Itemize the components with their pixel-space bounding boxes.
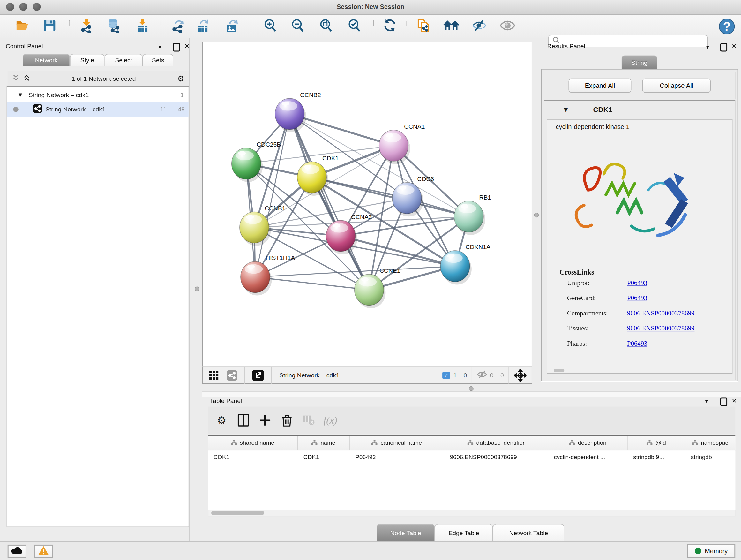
table-cell[interactable]: 9606.ENSP00000378699 [444,450,548,463]
zoom-out-button[interactable] [290,18,306,35]
horizontal-splitter-grip[interactable] [469,386,474,391]
tab-select[interactable]: Select [105,54,143,66]
gear-icon[interactable]: ⚙ [177,74,185,83]
section-collapse-icon[interactable]: ▼ [564,107,568,113]
warning-button[interactable] [34,545,53,558]
tab-network[interactable]: Network [23,54,70,66]
column-header-@id[interactable]: @id [628,436,685,450]
column-header-description[interactable]: description [548,436,628,450]
panel-float-icon[interactable] [720,43,727,52]
network-node-CDC25B[interactable] [232,148,263,182]
export-table-button[interactable] [195,18,211,35]
help-button[interactable]: ? [718,18,735,37]
crosslink-link[interactable]: 9606.ENSP00000378699 [627,325,694,332]
panel-close-icon[interactable]: ✕ [731,397,737,404]
crosslink-link[interactable]: P06493 [627,295,647,302]
tree-expander-icon[interactable]: ▼ [18,92,22,98]
grid-view-icon[interactable] [205,366,223,384]
network-edge-CCNB2-CCNE1[interactable] [290,114,369,290]
selected-checkbox-icon[interactable]: ✓ [442,371,450,379]
crosslink-link[interactable]: P06493 [627,279,647,287]
panel-close-icon[interactable]: ✕ [185,43,190,50]
import-table-file-button[interactable] [135,18,151,35]
open-in-window-icon[interactable] [245,366,271,384]
crosslink-link[interactable]: 9606.ENSP00000378699 [627,310,694,317]
collapse-all-button[interactable]: Collapse All [642,78,711,92]
function-builder-icon[interactable]: f(x) [320,411,341,430]
import-network-file-button[interactable] [78,18,94,35]
table-cell[interactable]: stringdb [685,450,735,463]
panel-menu-icon[interactable]: ▾ [706,43,709,50]
hide-selected-button[interactable] [471,18,487,35]
table-cell[interactable]: stringdb:9... [628,450,685,463]
network-edge-HIST1H1A-CCNE1[interactable] [255,277,369,290]
network-node-RB1[interactable] [454,201,485,235]
duplicate-network-button[interactable] [416,18,432,35]
network-node-CCNA2[interactable] [326,220,357,254]
table-cell[interactable]: cyclin-dependent ... [548,450,628,463]
network-node-CCNA1[interactable] [379,130,410,164]
panel-close-icon[interactable]: ✕ [731,43,737,50]
export-network-button[interactable] [170,18,186,35]
save-session-button[interactable] [42,18,57,35]
expand-all-button[interactable]: Expand All [568,78,631,92]
network-edge-CDK1-RB1[interactable] [312,177,469,216]
network-row-selected[interactable]: String Network – cdk1 11 48 [7,102,189,117]
delete-table-icon[interactable] [298,411,320,430]
zoom-fit-button[interactable] [318,18,334,35]
export-image-button[interactable] [224,18,240,35]
panel-float-icon[interactable] [720,397,727,406]
tab-edge-table[interactable]: Edge Table [434,524,493,542]
column-header-canonical-name[interactable]: canonical name [350,436,444,450]
refresh-button[interactable] [382,18,398,35]
panel-menu-icon[interactable]: ▾ [158,43,161,50]
zoom-selected-button[interactable] [346,18,362,35]
import-network-database-button[interactable] [106,18,122,35]
panel-splitter[interactable] [189,38,189,541]
open-session-button[interactable] [14,18,30,35]
network-edge-CCNB2-HIST1H1A[interactable] [255,114,290,277]
tab-sets[interactable]: Sets [143,54,173,66]
tab-node-table[interactable]: Node Table [377,524,434,542]
add-column-icon[interactable] [254,411,276,430]
table-horizontal-scrollbar[interactable] [208,509,736,516]
table-settings-gear-icon[interactable]: ⚙ [211,411,232,430]
scrollbar-thumb[interactable] [211,511,264,515]
network-node-CCNB2[interactable] [275,98,307,132]
show-selected-button[interactable] [499,18,515,35]
panel-float-icon[interactable] [173,43,180,52]
network-canvas[interactable]: CCNB2CCNA1CDC25BCDK1CDC6RB1CCNB1CCNA2CDK… [202,42,532,366]
network-node-CCNE1[interactable] [354,274,386,308]
column-header-name[interactable]: name [298,436,350,450]
show-columns-icon[interactable] [232,411,254,430]
expand-all-chevron-icon[interactable] [12,74,19,83]
results-scrollbar-thumb[interactable] [554,369,564,372]
panel-menu-icon[interactable]: ▾ [705,397,708,405]
vertical-splitter-grip[interactable] [534,212,539,217]
column-header-shared-name[interactable]: shared name [208,436,298,450]
network-overview-icon[interactable] [223,366,240,384]
tab-string[interactable]: String [621,55,657,69]
network-node-CDK1[interactable] [297,162,328,196]
table-cell[interactable]: CDK1 [298,450,350,463]
network-collection-row[interactable]: ▼ String Network – cdk1 1 [7,88,189,102]
memory-button[interactable]: Memory [687,544,735,558]
table-row[interactable]: CDK1CDK1P064939606.ENSP00000378699cyclin… [208,450,736,463]
tab-network-table[interactable]: Network Table [493,524,564,542]
tab-style[interactable]: Style [70,54,105,66]
show-hide-annotations-button[interactable] [443,18,459,35]
table-cell[interactable]: CDK1 [208,450,298,463]
fit-crosshair-icon[interactable] [509,366,532,384]
column-header-namespac[interactable]: namespac [685,436,735,450]
zoom-in-button[interactable] [262,18,278,35]
column-header-database-identifier[interactable]: database identifier [444,436,548,450]
crosslink-link[interactable]: P06493 [627,340,647,348]
splitter-grip[interactable] [195,287,199,291]
cloud-button[interactable] [8,545,26,558]
delete-column-icon[interactable] [276,411,298,430]
network-edge-CCNA2-CDKN1A[interactable] [341,236,455,266]
network-node-HIST1H1A[interactable] [241,261,272,296]
collapse-all-chevron-icon[interactable] [23,74,30,83]
network-node-CDKN1A[interactable] [441,251,472,285]
table-cell[interactable]: P06493 [350,450,444,463]
